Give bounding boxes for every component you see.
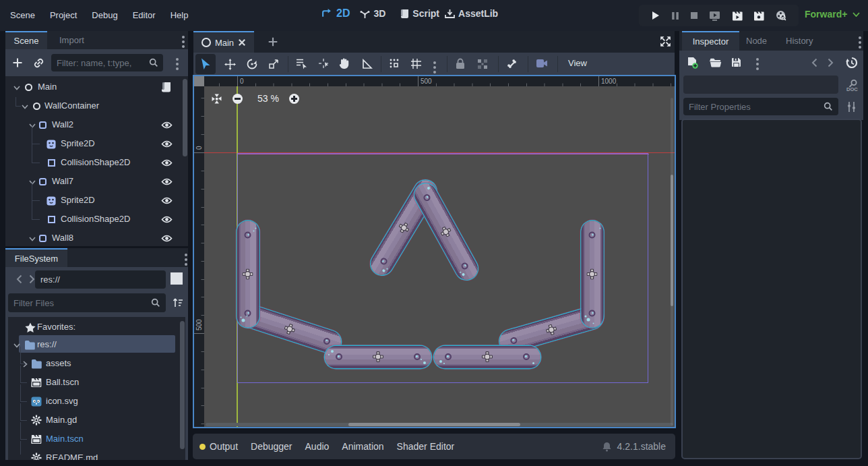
svg-text:0: 0 [195,146,203,150]
svg-text:500: 500 [421,78,432,85]
svg-text:1000: 1000 [601,78,617,85]
svg-text:0: 0 [240,78,244,85]
svg-text:DOC: DOC [846,86,858,92]
svg-text:500: 500 [195,319,203,330]
